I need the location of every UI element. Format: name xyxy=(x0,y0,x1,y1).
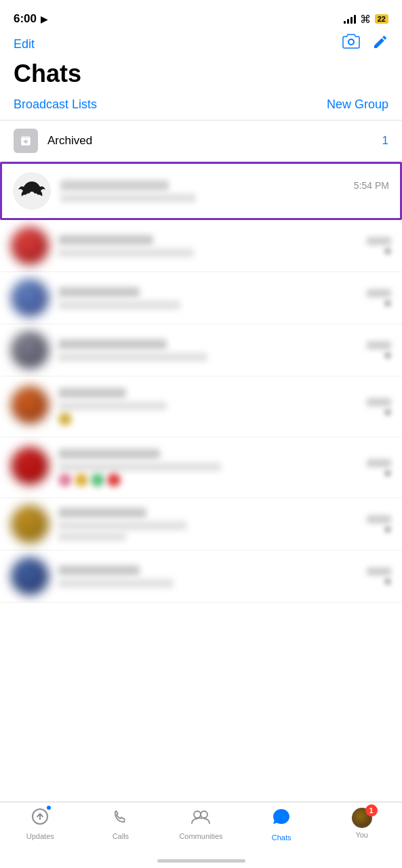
list-item[interactable] xyxy=(0,272,402,324)
avatar xyxy=(11,331,49,369)
list-item[interactable] xyxy=(0,324,402,376)
svg-point-0 xyxy=(28,183,36,188)
compose-icon[interactable] xyxy=(372,34,388,54)
chat-row-content xyxy=(58,235,367,257)
chat-row-right xyxy=(367,341,391,359)
chat-row-content xyxy=(58,565,367,588)
you-badge: 1 xyxy=(365,804,378,817)
chat-name-blurred xyxy=(60,180,169,191)
calls-icon xyxy=(112,808,129,829)
list-item[interactable] xyxy=(0,376,402,437)
tab-communities[interactable]: Communities xyxy=(161,808,241,840)
communities-icon xyxy=(190,808,211,829)
emoji-preview xyxy=(58,412,367,426)
broadcast-lists-link[interactable]: Broadcast Lists xyxy=(14,97,97,112)
chat-row-right xyxy=(367,515,391,533)
tab-updates-label: Updates xyxy=(26,832,54,840)
chat-row-right xyxy=(367,567,391,585)
tab-chats-label: Chats xyxy=(272,833,292,842)
tab-calls-label: Calls xyxy=(113,832,129,840)
list-item[interactable] xyxy=(0,498,402,550)
avatar xyxy=(11,386,49,424)
avatar xyxy=(11,557,49,595)
header-actions: Edit xyxy=(0,34,402,60)
chat-row-content xyxy=(58,449,367,487)
chat-row-content xyxy=(58,508,367,541)
avatar xyxy=(11,447,49,485)
wifi-icon: ⌘ xyxy=(360,13,371,26)
signal-icon xyxy=(344,14,356,24)
chats-icon xyxy=(272,808,291,831)
list-item[interactable] xyxy=(0,437,402,498)
status-time: 6:00 xyxy=(14,12,37,26)
updates-icon xyxy=(31,808,49,829)
page-title: Chats xyxy=(0,60,402,93)
svg-point-2 xyxy=(194,811,201,818)
battery-indicator: 22 xyxy=(375,14,388,24)
chat-row-right xyxy=(367,289,391,307)
updates-dot xyxy=(47,806,51,810)
archived-label: Archived xyxy=(47,134,382,148)
status-bar: 6:00 ▶ ⌘ 22 xyxy=(0,0,402,34)
camera-icon[interactable] xyxy=(342,34,360,54)
tab-communities-label: Communities xyxy=(179,832,222,840)
avatar xyxy=(11,505,49,543)
tab-calls[interactable]: Calls xyxy=(81,808,161,840)
list-item[interactable] xyxy=(0,550,402,603)
chat-row-right xyxy=(367,459,391,477)
chat-content: 5:54 PM xyxy=(60,180,389,202)
sub-header: Broadcast Lists New Group xyxy=(0,93,402,120)
avatar xyxy=(11,279,49,317)
tab-you[interactable]: 1 You xyxy=(321,808,402,839)
status-icons: ⌘ 22 xyxy=(344,13,388,26)
chat-time: 5:54 PM xyxy=(354,180,389,191)
chat-row-content xyxy=(58,287,367,309)
tab-updates[interactable]: Updates xyxy=(0,808,81,840)
svg-point-3 xyxy=(201,811,207,818)
archived-count: 1 xyxy=(382,134,388,148)
header-icon-group xyxy=(342,34,388,54)
chat-row-right xyxy=(367,398,391,416)
highlighted-chat-row[interactable]: 5:54 PM xyxy=(0,162,402,220)
home-indicator xyxy=(157,859,245,863)
chat-list xyxy=(0,220,402,603)
new-group-link[interactable]: New Group xyxy=(327,97,388,112)
location-icon: ▶ xyxy=(41,14,48,24)
tab-chats[interactable]: Chats xyxy=(241,808,322,842)
chat-row-content xyxy=(58,339,367,362)
chat-row-content xyxy=(58,388,367,426)
archived-icon xyxy=(14,129,38,153)
avatar xyxy=(11,227,49,265)
batman-avatar xyxy=(13,172,51,210)
chat-row-right xyxy=(367,237,391,255)
list-item[interactable] xyxy=(0,220,402,272)
edit-button[interactable]: Edit xyxy=(14,37,35,51)
archived-row[interactable]: Archived 1 xyxy=(0,121,402,162)
emoji-preview xyxy=(58,473,367,487)
chat-preview-blurred xyxy=(60,194,196,202)
tab-bar: Updates Calls Communities Chats xyxy=(0,802,402,868)
tab-you-label: You xyxy=(355,831,368,839)
